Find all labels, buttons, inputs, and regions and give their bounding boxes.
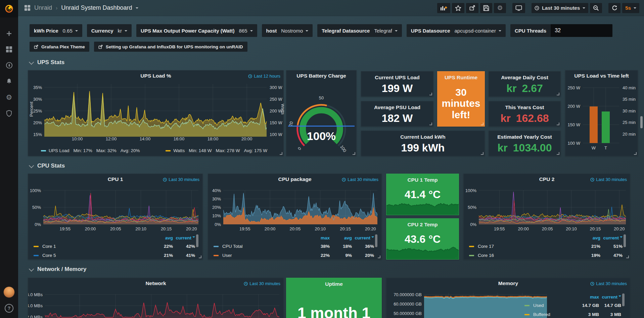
user-avatar[interactable] xyxy=(3,286,15,298)
time-range-label[interactable]: Last 30 minutes xyxy=(163,177,199,182)
legend-row[interactable]: Core 1721%51% xyxy=(468,242,623,251)
breadcrumb: Unraid › Unraid System Dashboard xyxy=(24,4,138,11)
svg-text:T: T xyxy=(604,145,607,150)
variable-value-dropdown[interactable]: 0.65 xyxy=(63,28,78,34)
zoom-out-button[interactable] xyxy=(590,3,602,13)
variable-value-dropdown[interactable]: apcupsd-container xyxy=(455,28,501,34)
panel-title[interactable]: UPS Load % xyxy=(28,73,283,79)
time-range-label[interactable]: Last 30 minutes xyxy=(342,177,378,182)
variable-value-dropdown[interactable]: kr xyxy=(118,28,128,34)
stat-value: 199 kWh xyxy=(361,140,485,156)
variable-value-dropdown[interactable]: Nostromo xyxy=(281,28,308,34)
legend-item[interactable]: WattsMin: 148 WMax: 278 WAvg: 175 W xyxy=(166,148,267,153)
legend-item[interactable]: UPS LoadMin: 17%Max: 32%Avg: 20% xyxy=(41,148,140,153)
ups-load-legend: UPS LoadMin: 17%Max: 32%Avg: 20%WattsMin… xyxy=(41,148,267,153)
stat-title[interactable]: UPS Runtime xyxy=(438,75,485,81)
configuration-gear-icon[interactable]: ⚙ xyxy=(6,94,12,101)
legend-row[interactable]: Core 1619%47% xyxy=(468,251,623,260)
refresh-button[interactable] xyxy=(608,3,620,13)
dashboard-link[interactable]: Setting up Grafana and InfluxDB for UPS … xyxy=(94,42,247,52)
sidebar: ⚙ ? xyxy=(0,0,18,318)
help-icon[interactable]: ? xyxy=(5,304,13,313)
stat-title[interactable]: This Years Cost xyxy=(489,104,560,110)
stat-current-ups-load: Current UPS Load 199 W xyxy=(361,71,433,97)
legend-sort-header[interactable]: avg xyxy=(593,235,600,240)
legend-sort-header[interactable]: current xyxy=(355,235,374,240)
stat-value: 1 month 1 xyxy=(286,287,381,318)
legend-row[interactable]: CPU Total38%18%36% xyxy=(213,242,374,251)
share-button[interactable] xyxy=(466,3,478,13)
legend-row[interactable]: Buffered3 MB3 MB xyxy=(524,310,621,318)
stat-title[interactable]: Average PSU Load xyxy=(361,104,433,110)
time-range-button[interactable]: Last 30 minutes xyxy=(532,3,588,13)
variable-value-dropdown[interactable]: Telegraf xyxy=(374,28,397,34)
dashboard-grid-icon[interactable] xyxy=(24,5,31,11)
variable-label: UPS Datasource xyxy=(411,28,450,34)
chevron-down-icon[interactable] xyxy=(136,7,138,10)
tv-mode-button[interactable] xyxy=(512,3,525,13)
legend-sort-header[interactable]: current xyxy=(176,235,195,240)
legend-scrollbar[interactable] xyxy=(622,293,625,306)
svg-text:20:15: 20:15 xyxy=(161,226,172,231)
alerting-bell-icon[interactable] xyxy=(6,78,12,85)
dashbo ards-grid-icon[interactable] xyxy=(6,46,12,53)
create-plus-icon[interactable] xyxy=(6,30,12,37)
stat-title[interactable]: CPU 1 Temp xyxy=(386,177,459,183)
legend-row[interactable]: Core 521%41% xyxy=(33,251,195,260)
variable-input[interactable] xyxy=(551,24,612,37)
stat-cpu1-temp: CPU 1 Temp 41.4 °C xyxy=(386,174,459,215)
svg-text:15%: 15% xyxy=(33,132,42,137)
star-button[interactable] xyxy=(452,3,464,13)
legend-sort-header[interactable]: max xyxy=(321,235,330,240)
svg-text:60.000000 GB: 60.000000 GB xyxy=(394,302,422,307)
variable-value-dropdown[interactable]: 865 xyxy=(239,28,253,34)
server-admin-shield-icon[interactable] xyxy=(6,110,12,117)
time-range-label[interactable]: Last 30 minutes xyxy=(590,281,627,286)
time-range-label[interactable]: Last 30 minutes xyxy=(244,281,280,286)
breadcrumb-app[interactable]: Unraid xyxy=(34,4,52,11)
legend-scrollbar[interactable] xyxy=(624,234,626,247)
settings-gear-button[interactable]: ⚙ xyxy=(494,3,506,13)
legend-sort-header[interactable]: current xyxy=(603,235,623,240)
add-panel-button[interactable] xyxy=(437,3,450,13)
time-range-label[interactable]: Last 30 minutes xyxy=(590,177,627,182)
svg-text:50%: 50% xyxy=(32,205,41,210)
panel-title[interactable]: UPS Load vs Time left xyxy=(565,73,638,79)
stat-title[interactable]: Average Daily Cost xyxy=(489,75,560,81)
variable-label: kWh Price xyxy=(34,28,58,34)
section-network-memory[interactable]: Network / Memory xyxy=(30,266,86,273)
svg-text:20:20: 20:20 xyxy=(614,226,625,231)
svg-text:250 W: 250 W xyxy=(270,97,282,102)
legend-scrollbar[interactable] xyxy=(375,234,377,247)
dashboard-link[interactable]: Grafana Plex Theme xyxy=(30,42,89,52)
stat-title[interactable]: Current Load kWh xyxy=(361,134,485,140)
grafana-logo-icon[interactable] xyxy=(0,0,18,17)
legend-sort-header[interactable]: current xyxy=(602,294,621,300)
section-cpu-stats[interactable]: CPU Stats xyxy=(30,163,65,169)
dashboard-title[interactable]: Unraid System Dashboard xyxy=(61,4,132,11)
explore-compass-icon[interactable] xyxy=(6,62,13,69)
stat-title[interactable]: Estimated Yearly Cost xyxy=(489,134,560,140)
stat-title[interactable]: Current UPS Load xyxy=(361,75,433,81)
svg-text:100 W: 100 W xyxy=(270,132,282,137)
section-ups-stats[interactable]: UPS Stats xyxy=(30,59,64,66)
legend-sort-header[interactable]: avg xyxy=(344,235,352,240)
ups-load-vs-time-chart: 250 W200 W150 W100 W40 min35 min30 min25… xyxy=(565,71,638,156)
legend-sort-header[interactable]: avg xyxy=(165,235,173,240)
legend-row[interactable]: User22%9%20% xyxy=(213,251,374,260)
legend-row[interactable]: Used14.7 GB14.7 GB xyxy=(524,301,621,310)
refresh-interval-dropdown[interactable]: 5s xyxy=(622,3,639,13)
stat-title[interactable]: CPU 2 Temp xyxy=(386,222,459,228)
legend-row[interactable]: Core 122%42% xyxy=(33,242,195,251)
svg-text:35%: 35% xyxy=(33,85,42,90)
legend-sort-header[interactable]: max xyxy=(590,294,599,300)
save-button[interactable] xyxy=(480,3,492,13)
time-range-label[interactable]: Last 12 hours xyxy=(248,74,280,79)
variables-row: kWh Price0.65CurrencykrUPS Max Output Po… xyxy=(30,24,612,37)
panel-title[interactable]: UPS Battery Charge xyxy=(286,73,356,79)
svg-text:20:10: 20:10 xyxy=(566,226,577,231)
page-scrollbar[interactable] xyxy=(640,116,643,128)
stat-title[interactable]: Uptime xyxy=(286,281,381,287)
svg-text:20:05: 20:05 xyxy=(110,226,121,231)
legend-scrollbar[interactable] xyxy=(196,234,198,247)
